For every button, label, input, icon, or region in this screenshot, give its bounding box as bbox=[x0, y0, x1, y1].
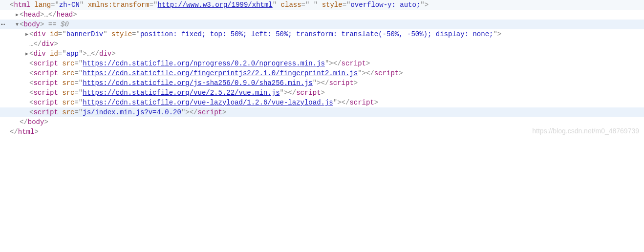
tag-script: script bbox=[33, 108, 58, 116]
dom-line-head[interactable]: <head>…</head> bbox=[0, 10, 644, 20]
tag-script: script bbox=[33, 60, 58, 67]
expand-arrow-icon[interactable] bbox=[15, 10, 20, 20]
dom-line-script-1[interactable]: <script src="https://cdn.staticfile.org/… bbox=[0, 68, 644, 78]
dom-line-script-0[interactable]: <script src="https://cdn.staticfile.org/… bbox=[0, 59, 644, 68]
tag-script: script bbox=[33, 89, 58, 97]
dom-line-app[interactable]: <div id="app">…</div> bbox=[0, 49, 644, 59]
script-src-link[interactable]: https://cdn.staticfile.org/js-sha256/0.9… bbox=[83, 79, 312, 87]
tag-script: script bbox=[33, 69, 58, 77]
dom-line-script-2[interactable]: <script src="https://cdn.staticfile.org/… bbox=[0, 78, 644, 88]
tag-script: script bbox=[33, 79, 58, 87]
expand-arrow-icon[interactable] bbox=[15, 20, 20, 30]
dom-inspector-panel: <html lang="zh-CN" xmlns:transform="http… bbox=[0, 0, 644, 137]
script-src-link[interactable]: https://cdn.staticfile.org/nprogress/0.2… bbox=[83, 60, 325, 67]
script-src-link[interactable]: https://cdn.staticfile.org/vue-lazyload/… bbox=[83, 99, 333, 106]
dom-line-script-5[interactable]: <script src="js/index.min.js?v=4.0.20"><… bbox=[0, 107, 644, 117]
dom-line-bannerdiv[interactable]: <div id="bannerDiv" style="position: fix… bbox=[0, 29, 644, 39]
script-src-link[interactable]: js/index.min.js?v=4.0.20 bbox=[83, 108, 181, 116]
tag-script: script bbox=[33, 99, 58, 106]
overflow-dots-icon[interactable]: ⋯ bbox=[0, 20, 9, 29]
dom-line-script-3[interactable]: <script src="https://cdn.staticfile.org/… bbox=[0, 88, 644, 98]
script-src-link[interactable]: https://cdn.staticfile.org/vue/2.5.22/vu… bbox=[83, 89, 279, 97]
dom-line-script-4[interactable]: <script src="https://cdn.staticfile.org/… bbox=[0, 98, 644, 107]
selected-node-label: == $0 bbox=[44, 21, 68, 28]
xmlns-link[interactable]: http://www.w3.org/1999/xhtml bbox=[158, 1, 273, 9]
watermark: https://blog.csdn.net/m0_48769739 bbox=[532, 126, 639, 136]
dom-line-body-open[interactable]: ⋯<body> == $0 bbox=[0, 20, 644, 29]
expand-arrow-icon[interactable] bbox=[24, 49, 29, 59]
dom-line-body-close[interactable]: </body> bbox=[0, 117, 644, 127]
dom-line-html-open[interactable]: <html lang="zh-CN" xmlns:transform="http… bbox=[0, 0, 644, 10]
script-src-link[interactable]: https://cdn.staticfile.org/fingerprintjs… bbox=[83, 69, 358, 77]
dom-line-bannerdiv-close[interactable]: …</div> bbox=[0, 39, 644, 49]
tag-html: html bbox=[14, 1, 30, 9]
expand-arrow-icon[interactable] bbox=[24, 30, 29, 40]
